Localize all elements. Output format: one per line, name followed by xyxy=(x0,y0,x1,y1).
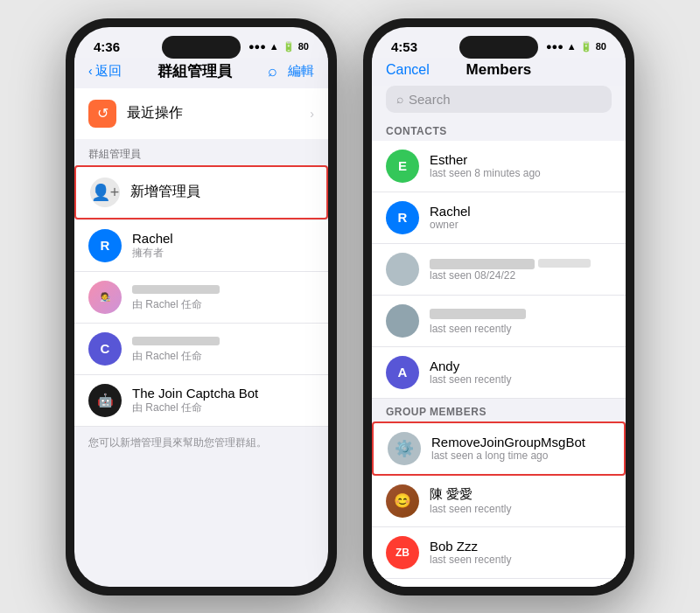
search-button[interactable]: ⌕ xyxy=(268,62,277,80)
list-item[interactable]: R Rachel 擁有者 xyxy=(74,220,328,272)
wifi-icon: ▲ xyxy=(567,41,577,52)
list-item[interactable]: ZB Bob Zzz last seen recently xyxy=(372,527,626,579)
footer-text: 您可以新增管理員來幫助您管理群組。 xyxy=(74,427,328,459)
dynamic-island-right xyxy=(459,36,538,59)
member-name: 陳 愛愛 xyxy=(430,486,612,503)
dynamic-island-left xyxy=(162,36,241,59)
member-info: RemoveJoinGroupMsgBot last seen a long t… xyxy=(431,435,610,462)
member-name-blurred xyxy=(132,285,220,294)
member-name: Andy xyxy=(430,359,612,373)
avatar: R xyxy=(88,229,122,262)
group-members-list: 😊 陳 愛愛 last seen recently ZB Bob Zzz las… xyxy=(372,476,626,587)
search-placeholder: Search xyxy=(409,92,451,107)
recent-icon: ↺ xyxy=(88,100,116,128)
member-name: Bob Zzz xyxy=(430,539,612,554)
add-admin-row[interactable]: 👤+ 新增管理員 xyxy=(74,165,328,219)
time-left: 4:36 xyxy=(94,39,120,54)
highlighted-bot-row[interactable]: ⚙️ RemoveJoinGroupMsgBot last seen a lon… xyxy=(372,421,626,476)
back-chevron-icon: ‹ xyxy=(88,64,93,78)
member-sub: 擁有者 xyxy=(132,246,314,261)
chevron-right-icon: › xyxy=(310,107,314,121)
member-name: Rachel xyxy=(430,204,612,219)
add-admin-label: 新增管理員 xyxy=(130,183,200,201)
nav-title-left: 群組管理員 xyxy=(158,61,232,81)
search-icon: ⌕ xyxy=(396,92,403,106)
nav-title-right: Members xyxy=(466,61,532,79)
list-item[interactable]: 😊 陳 愛愛 last seen recently xyxy=(372,476,626,527)
avatar: C xyxy=(88,332,122,366)
battery-level-left: 80 xyxy=(298,41,309,52)
nav-bar-right: Cancel Members xyxy=(372,58,626,86)
right-screen: 4:53 ●●● ▲ 🔋 80 Cancel Members ⌕ Search … xyxy=(372,27,626,587)
member-info: Rachel 擁有者 xyxy=(132,231,314,261)
right-phone: 4:53 ●●● ▲ 🔋 80 Cancel Members ⌕ Search … xyxy=(363,18,634,596)
contacts-section-header: CONTACTS xyxy=(372,122,626,141)
status-icons-right: ●●● ▲ 🔋 80 xyxy=(546,41,606,52)
member-info: Rachel owner xyxy=(430,204,612,231)
member-sub: last seen recently xyxy=(430,554,612,566)
list-item[interactable]: 🤖 The Join Captcha Bot 由 Rachel 任命 xyxy=(74,375,328,427)
list-item[interactable]: last seen recently xyxy=(372,296,626,347)
contacts-list: E Esther last seen 8 minutes ago R Rache… xyxy=(372,141,626,399)
member-name-blurred xyxy=(430,309,526,319)
signal-icon: ●●● xyxy=(248,41,266,52)
battery-icon: 🔋 xyxy=(283,41,295,52)
avatar: 🤖 xyxy=(88,384,122,417)
member-info: Andy last seen recently xyxy=(430,359,612,386)
member-info: The Join Captcha Bot 由 Rachel 任命 xyxy=(132,386,314,415)
cancel-button[interactable]: Cancel xyxy=(386,62,430,78)
avatar: 😊 xyxy=(386,484,419,518)
list-item[interactable]: A Andy last seen recently xyxy=(372,347,626,399)
wifi-icon: ▲ xyxy=(270,41,279,52)
member-sub: last seen 8 minutes ago xyxy=(430,167,612,179)
left-content: ↺ 最近操作 › 群組管理員 👤+ 新增管理員 R Rachel 擁有 xyxy=(74,88,328,459)
section-header-admin: 群組管理員 xyxy=(74,140,328,165)
avatar: R xyxy=(386,201,419,234)
battery-icon: 🔋 xyxy=(580,41,592,52)
member-info: 由 Rachel 任命 xyxy=(132,282,314,312)
list-item[interactable]: 🧑‍🎨 由 Rachel 任命 xyxy=(74,272,328,324)
member-sub: last seen recently xyxy=(430,323,612,335)
back-label: 返回 xyxy=(95,63,122,80)
back-button[interactable]: ‹ 返回 xyxy=(88,63,122,80)
avatar xyxy=(386,253,419,286)
add-person-icon: 👤+ xyxy=(90,178,120,207)
signal-icon: ●●● xyxy=(546,41,564,52)
member-sub: owner xyxy=(430,219,612,231)
avatar: A xyxy=(386,356,419,389)
member-sub: last seen recently xyxy=(430,503,612,515)
member-info: last seen 08/24/22 xyxy=(430,257,612,282)
member-info: 陳 愛愛 last seen recently xyxy=(430,486,612,515)
member-info: Bob Zzz last seen recently xyxy=(430,539,612,566)
nav-bar-left: ‹ 返回 群組管理員 ⌕ 編輯 xyxy=(74,58,328,88)
avatar-bot: ⚙️ xyxy=(388,432,421,465)
recent-operations-row[interactable]: ↺ 最近操作 › xyxy=(74,88,328,139)
avatar: E xyxy=(386,150,419,183)
edit-button[interactable]: 編輯 xyxy=(288,63,314,80)
member-sub: last seen 08/24/22 xyxy=(430,269,612,282)
avatar: 🧑‍🎨 xyxy=(88,281,122,314)
member-sub: 由 Rachel 任命 xyxy=(132,401,314,415)
member-info: 由 Rachel 任命 xyxy=(132,333,314,364)
search-bar[interactable]: ⌕ Search xyxy=(386,86,612,113)
list-item[interactable]: FZ zfgh fh last seen recently xyxy=(372,579,626,587)
avatar: ZB xyxy=(386,536,419,569)
list-item[interactable]: E Esther last seen 8 minutes ago xyxy=(372,141,626,192)
list-item[interactable]: C 由 Rachel 任命 xyxy=(74,324,328,375)
member-info: last seen recently xyxy=(430,307,612,335)
time-right: 4:53 xyxy=(391,39,417,54)
battery-level-right: 80 xyxy=(596,41,606,52)
list-item[interactable]: last seen 08/24/22 xyxy=(372,244,626,296)
left-screen: 4:36 ●●● ▲ 🔋 80 ‹ 返回 群組管理員 ⌕ 編輯 xyxy=(74,27,328,587)
bot-name: RemoveJoinGroupMsgBot xyxy=(431,435,610,449)
list-item[interactable]: R Rachel owner xyxy=(372,192,626,244)
member-info: Esther last seen 8 minutes ago xyxy=(430,152,612,179)
member-sub: 由 Rachel 任命 xyxy=(132,349,314,364)
left-phone: 4:36 ●●● ▲ 🔋 80 ‹ 返回 群組管理員 ⌕ 編輯 xyxy=(66,18,337,596)
member-sub: 由 Rachel 任命 xyxy=(132,297,314,312)
avatar xyxy=(386,304,419,338)
bot-sub: last seen a long time ago xyxy=(431,449,610,462)
recent-label: 最近操作 xyxy=(127,104,183,122)
member-name-blurred xyxy=(132,337,220,345)
member-name: Esther xyxy=(430,152,612,167)
